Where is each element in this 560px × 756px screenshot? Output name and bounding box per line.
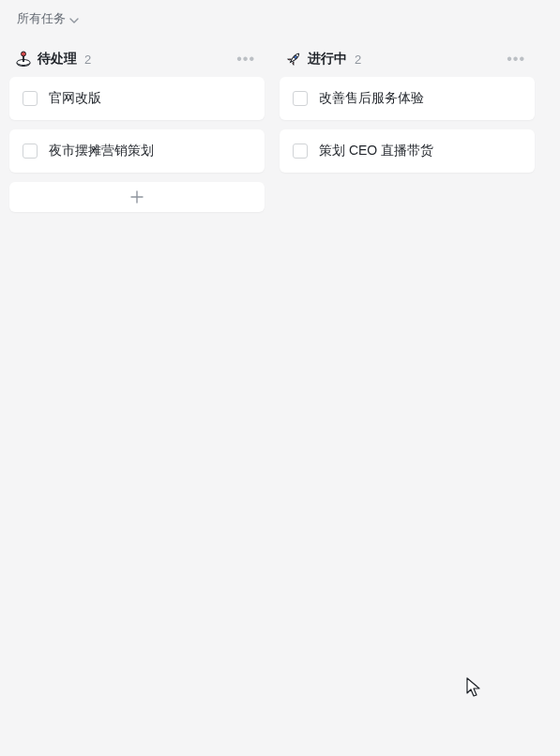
column-menu-button[interactable]: •••: [233, 50, 259, 68]
task-title: 官网改版: [49, 90, 101, 107]
chevron-down-icon: [69, 14, 79, 23]
column-title: 待处理: [38, 51, 77, 68]
task-title: 策划 CEO 直播带货: [319, 143, 433, 159]
column-header: 进行中 2 •••: [280, 47, 535, 77]
column-in-progress: 进行中 2 ••• 改善售后服务体验 策划 CEO 直播带货: [280, 47, 535, 182]
column-title: 进行中: [308, 51, 347, 68]
filter-dropdown[interactable]: 所有任务: [11, 7, 84, 31]
rocket-icon: [285, 51, 302, 68]
task-title: 夜市摆摊营销策划: [49, 143, 154, 159]
plus-icon: [130, 190, 144, 204]
task-title: 改善售后服务体验: [319, 90, 424, 107]
add-card-button[interactable]: [9, 182, 265, 212]
checkbox[interactable]: [23, 144, 38, 159]
filter-label: 所有任务: [17, 10, 66, 27]
task-card[interactable]: 改善售后服务体验: [280, 77, 535, 120]
column-header: 待处理 2 •••: [9, 47, 265, 77]
column-count: 2: [84, 53, 91, 67]
checkbox[interactable]: [293, 144, 308, 159]
column-todo: 待处理 2 ••• 官网改版 夜市摆摊营销策划: [9, 47, 265, 212]
svg-point-3: [22, 52, 26, 56]
task-card[interactable]: 夜市摆摊营销策划: [9, 129, 265, 173]
column-menu-button[interactable]: •••: [503, 50, 529, 68]
cursor-icon: [466, 677, 483, 701]
kanban-board: 待处理 2 ••• 官网改版 夜市摆摊营销策划: [0, 38, 560, 212]
top-bar: 所有任务: [0, 0, 560, 38]
checkbox[interactable]: [23, 91, 38, 106]
joystick-icon: [15, 51, 32, 68]
task-card[interactable]: 策划 CEO 直播带货: [280, 129, 535, 173]
column-count: 2: [355, 53, 361, 67]
checkbox[interactable]: [293, 91, 308, 106]
task-card[interactable]: 官网改版: [9, 77, 265, 120]
